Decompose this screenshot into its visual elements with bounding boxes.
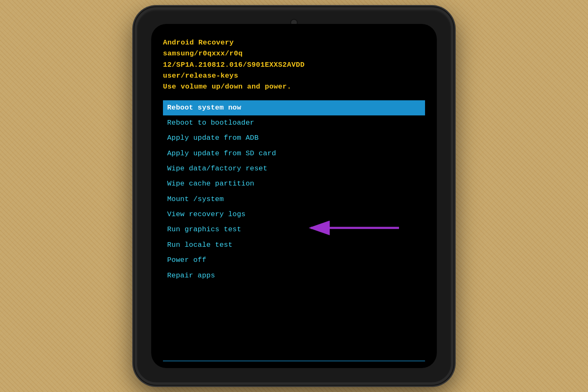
menu-item-3[interactable]: Apply update from SD card bbox=[163, 146, 425, 161]
header-line-1: Android Recovery bbox=[163, 37, 425, 48]
header-line-3: 12/SP1A.210812.016/S901EXXS2AVDD bbox=[163, 60, 425, 71]
header-line-5: Use volume up/down and power. bbox=[163, 81, 425, 92]
menu-item-11[interactable]: Repair apps bbox=[163, 268, 425, 283]
menu-item-10[interactable]: Power off bbox=[163, 253, 425, 268]
phone-device: Android Recovery samsung/r0qxxx/r0q 12/S… bbox=[134, 7, 454, 385]
menu-item-2[interactable]: Apply update from ADB bbox=[163, 131, 425, 146]
header-line-2: samsung/r0qxxx/r0q bbox=[163, 48, 425, 59]
menu-item-4[interactable]: Wipe data/factory reset bbox=[163, 161, 425, 176]
menu-item-5[interactable]: Wipe cache partition bbox=[163, 176, 425, 191]
phone-screen: Android Recovery samsung/r0qxxx/r0q 12/S… bbox=[151, 24, 437, 368]
menu-item-8[interactable]: Run graphics test bbox=[163, 222, 425, 237]
screen-content: Android Recovery samsung/r0qxxx/r0q 12/S… bbox=[151, 24, 437, 368]
header-info: Android Recovery samsung/r0qxxx/r0q 12/S… bbox=[163, 37, 425, 93]
menu-item-7[interactable]: View recovery logs bbox=[163, 207, 425, 222]
header-line-4: user/release-keys bbox=[163, 71, 425, 81]
menu-list: Reboot system nowReboot to bootloaderApp… bbox=[163, 100, 425, 283]
menu-item-1[interactable]: Reboot to bootloader bbox=[163, 115, 425, 131]
menu-item-9[interactable]: Run locale test bbox=[163, 238, 425, 253]
bottom-divider bbox=[163, 361, 425, 361]
menu-item-6[interactable]: Mount /system bbox=[163, 192, 425, 207]
menu-item-0[interactable]: Reboot system now bbox=[163, 100, 425, 115]
